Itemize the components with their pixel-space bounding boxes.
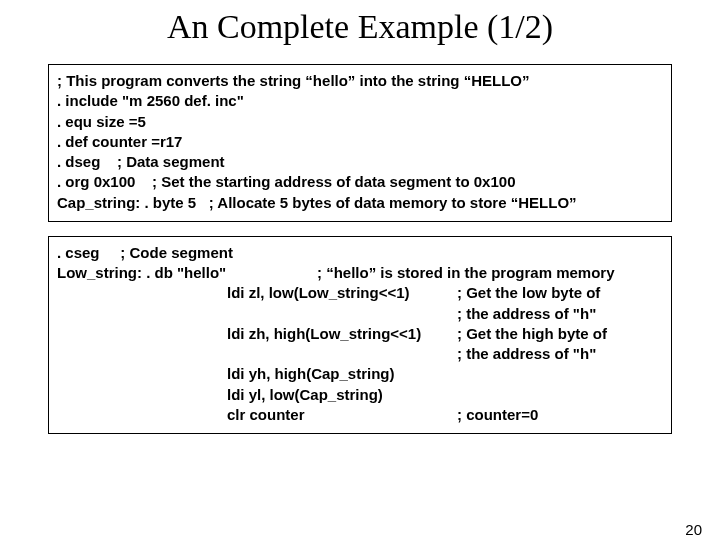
- code-box-1: ; This program converts the string “hell…: [48, 64, 672, 222]
- code-instr: ldi yl, low(Cap_string): [227, 385, 457, 405]
- code-line: . equ size =5: [57, 112, 663, 132]
- code-comment: ; “hello” is stored in the program memor…: [317, 263, 615, 283]
- code-text: Low_string: . db "hello": [57, 263, 317, 283]
- code-indent: [57, 405, 227, 425]
- code-line: ldi zh, high(Low_string<<1) ; Get the hi…: [57, 324, 663, 344]
- code-line: . def counter =r17: [57, 132, 663, 152]
- code-line: ; This program converts the string “hell…: [57, 71, 663, 91]
- code-box-2: . cseg ; Code segment Low_string: . db "…: [48, 236, 672, 434]
- code-comment: [457, 385, 663, 405]
- code-indent: [57, 324, 227, 344]
- slide: An Complete Example (1/2) ; This program…: [0, 8, 720, 540]
- code-line: ldi zl, low(Low_string<<1) ; Get the low…: [57, 283, 663, 303]
- code-indent: [57, 304, 227, 324]
- code-instr: clr counter: [227, 405, 457, 425]
- code-comment: [457, 364, 663, 384]
- code-comment: ; Get the low byte of: [457, 283, 663, 303]
- code-instr: ldi yh, high(Cap_string): [227, 364, 457, 384]
- code-line: ldi yl, low(Cap_string): [57, 385, 663, 405]
- code-indent: [57, 364, 227, 384]
- page-number: 20: [685, 521, 702, 538]
- code-line: . org 0x100 ; Set the starting address o…: [57, 172, 663, 192]
- code-comment: ; the address of "h": [457, 304, 663, 324]
- code-line: . include "m 2560 def. inc": [57, 91, 663, 111]
- code-line: clr counter ; counter=0: [57, 405, 663, 425]
- code-indent: [57, 344, 227, 364]
- code-instr: [227, 344, 457, 364]
- code-line: Low_string: . db "hello" ; “hello” is st…: [57, 263, 663, 283]
- code-line: ; the address of "h": [57, 304, 663, 324]
- code-comment: ; counter=0: [457, 405, 663, 425]
- code-line: ldi yh, high(Cap_string): [57, 364, 663, 384]
- code-instr: ldi zh, high(Low_string<<1): [227, 324, 457, 344]
- code-comment: ; Get the high byte of: [457, 324, 663, 344]
- code-line: . dseg ; Data segment: [57, 152, 663, 172]
- code-comment: ; the address of "h": [457, 344, 663, 364]
- code-instr: [227, 304, 457, 324]
- code-instr: ldi zl, low(Low_string<<1): [227, 283, 457, 303]
- code-indent: [57, 283, 227, 303]
- code-indent: [57, 385, 227, 405]
- code-line: . cseg ; Code segment: [57, 243, 663, 263]
- code-line: Cap_string: . byte 5 ; Allocate 5 bytes …: [57, 193, 663, 213]
- slide-title: An Complete Example (1/2): [0, 8, 720, 46]
- code-line: ; the address of "h": [57, 344, 663, 364]
